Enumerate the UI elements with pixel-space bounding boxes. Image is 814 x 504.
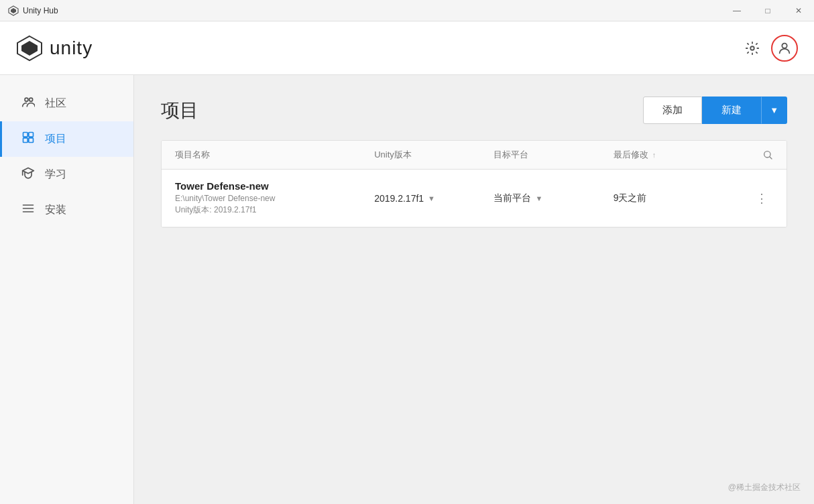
close-button[interactable]: ✕ [783,0,814,21]
svg-rect-9 [29,133,34,137]
learn-icon [21,166,36,183]
project-version-label: Unity版本: 2019.2.17f1 [175,204,374,216]
svg-rect-8 [23,133,28,137]
sidebar-installs-label: 安装 [45,203,66,217]
watermark: @稀土掘金技术社区 [728,482,801,493]
svg-line-16 [770,157,772,159]
header-actions [739,35,798,62]
profile-button[interactable] [771,35,798,62]
project-name: Tower Defense-new [175,180,374,192]
sort-icon: ↑ [652,151,656,159]
new-dropdown-button[interactable]: ▼ [761,97,787,124]
logo-text: unity [50,38,93,59]
minimize-button[interactable]: — [721,0,752,21]
version-dropdown-arrow[interactable]: ▼ [428,194,435,202]
more-options-button[interactable]: ⋮ [750,188,773,208]
project-path: E:\unity\Tower Defense-new [175,194,374,203]
logo-area: unity [16,35,93,62]
window-controls: — □ ✕ [721,0,814,21]
svg-point-6 [25,98,28,101]
sidebar-item-projects[interactable]: 项目 [0,121,133,157]
sidebar-item-learn[interactable]: 学习 [0,157,133,192]
project-table: 项目名称 Unity版本 目标平台 最后修改 ↑ Tower Defense- [161,140,787,228]
page-title: 项目 [161,98,198,123]
svg-point-4 [750,46,754,50]
page-actions: 添加 新建 ▼ [643,97,787,124]
sidebar-item-installs[interactable]: 安装 [0,192,133,228]
project-platform-select[interactable]: 当前平台 ▼ [493,192,613,204]
table-header: 项目名称 Unity版本 目标平台 最后修改 ↑ [162,141,787,170]
title-bar-text: Unity Hub [23,6,58,15]
svg-marker-1 [11,8,16,13]
sidebar-item-community[interactable]: 社区 [0,86,133,121]
col-header-name: 项目名称 [175,149,374,161]
sidebar-learn-label: 学习 [45,168,66,182]
svg-marker-3 [21,41,38,56]
installs-icon [21,202,36,218]
gear-icon [745,41,760,56]
search-icon[interactable] [762,149,773,160]
new-button[interactable]: 新建 [702,97,761,124]
col-header-platform: 目标平台 [493,149,613,161]
content-area: 项目 添加 新建 ▼ 项目名称 Unity版本 目标平台 最后修改 ↑ [134,75,814,504]
unity-logo-icon [16,35,43,62]
table-row[interactable]: Tower Defense-new E:\unity\Tower Defense… [162,170,787,227]
col-header-version: Unity版本 [374,149,493,161]
projects-icon [21,131,36,147]
svg-point-5 [782,43,787,48]
col-header-actions [733,149,773,160]
main-layout: 社区 项目 学习 [0,75,814,504]
project-actions-cell: ⋮ [733,188,773,208]
svg-rect-10 [23,138,28,143]
add-button[interactable]: 添加 [643,97,702,124]
svg-rect-11 [29,138,34,143]
app-icon [8,5,19,16]
project-modified: 9天之前 [614,192,733,204]
settings-button[interactable] [739,35,766,62]
page-header: 项目 添加 新建 ▼ [161,97,787,124]
maximize-button[interactable]: □ [752,0,783,21]
user-icon [777,41,792,56]
project-version-select[interactable]: 2019.2.17f1 ▼ [374,193,493,204]
platform-dropdown-arrow[interactable]: ▼ [535,194,542,202]
sidebar-community-label: 社区 [45,97,66,111]
col-header-modified: 最后修改 ↑ [614,149,733,161]
sidebar: 社区 项目 学习 [0,75,134,504]
title-bar: Unity Hub — □ ✕ [0,0,814,21]
app-header: unity [0,21,814,75]
community-icon [21,95,36,112]
svg-point-7 [30,98,33,101]
project-name-cell: Tower Defense-new E:\unity\Tower Defense… [175,180,374,216]
sidebar-projects-label: 项目 [45,132,66,146]
